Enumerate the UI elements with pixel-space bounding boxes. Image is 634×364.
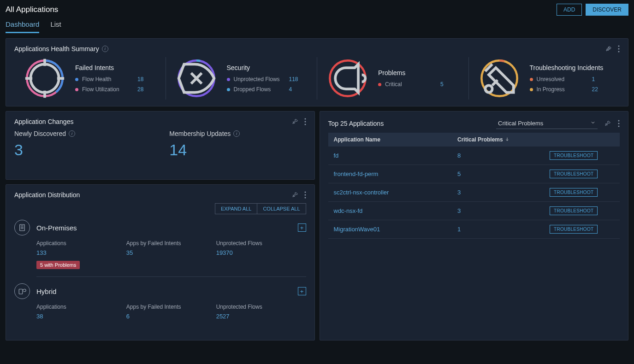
troubleshoot-button[interactable]: TROUBLESHOOT (550, 188, 598, 197)
stat-value[interactable]: 19370 (216, 249, 306, 256)
table-row: fd 8 TROUBLESHOOT (328, 147, 620, 165)
on-premises-icon (14, 220, 30, 235)
dot-icon (378, 83, 381, 86)
info-icon[interactable]: i (102, 46, 108, 52)
summary-value[interactable]: 18 (137, 76, 143, 82)
more-icon[interactable] (618, 120, 620, 127)
summary-value[interactable]: 4 (289, 86, 292, 93)
table-row: frontend-fd-perm 5 TROUBLESHOOT (328, 165, 620, 183)
target-icon (24, 57, 66, 100)
stat-label: Unprotected Flows (216, 240, 306, 247)
top-apps-title: Top 25 Applications (328, 120, 384, 127)
summary-value[interactable]: 5 (440, 81, 444, 88)
app-name-link[interactable]: fd (334, 152, 458, 159)
membership-updates-value[interactable]: 14 (169, 141, 306, 159)
app-name-link[interactable]: wdc-nsx-fd (334, 207, 458, 214)
svg-rect-25 (20, 224, 25, 231)
stat-value[interactable]: 38 (36, 313, 126, 320)
pin-icon[interactable] (604, 120, 611, 127)
troubleshooting-ring (478, 57, 521, 100)
stat-value[interactable]: 6 (126, 313, 216, 320)
add-button[interactable]: ADD (557, 4, 582, 16)
problems-count[interactable]: 8 (457, 152, 550, 159)
hybrid-icon (14, 283, 30, 299)
col-application-name[interactable]: Application Name (334, 136, 458, 143)
shield-x-icon (175, 57, 218, 100)
collapse-all-button[interactable]: COLLAPSE ALL (257, 203, 306, 214)
page-title: All Applications (6, 5, 58, 14)
problem-badge[interactable]: 5 with Problems (36, 261, 80, 269)
health-summary-title: Applications Health Summary (14, 45, 99, 53)
discover-button[interactable]: DISCOVER (586, 4, 628, 16)
stat-value[interactable]: 2527 (216, 313, 306, 320)
troubleshoot-button[interactable]: TROUBLESHOOT (550, 151, 598, 160)
info-icon[interactable]: i (233, 130, 240, 137)
info-icon[interactable]: i (69, 130, 75, 137)
svg-point-32 (618, 126, 620, 127)
filter-select[interactable]: Critical Problems (496, 118, 598, 129)
dot-icon (227, 78, 230, 81)
troubleshoot-button[interactable]: TROUBLESHOOT (550, 170, 598, 178)
troubleshoot-button[interactable]: TROUBLESHOOT (550, 206, 598, 215)
expand-button[interactable]: + (298, 223, 306, 232)
pin-icon[interactable] (291, 118, 299, 125)
svg-point-20 (304, 121, 306, 123)
tools-icon (478, 57, 521, 100)
svg-point-0 (618, 46, 620, 47)
dot-icon (530, 88, 533, 91)
dist-group-name: On-Premises (36, 224, 291, 232)
more-icon[interactable] (304, 118, 306, 125)
app-name-link[interactable]: frontend-fd-perm (334, 170, 458, 177)
summary-value[interactable]: 1 (592, 76, 595, 82)
summary-label: Dropped Flows (234, 86, 285, 93)
stat-label: Applications (36, 240, 126, 247)
problems-count[interactable]: 1 (457, 226, 550, 233)
col-critical-problems[interactable]: Critical Problems (457, 136, 550, 143)
pin-icon[interactable] (605, 45, 612, 53)
svg-point-19 (304, 118, 306, 120)
panel-application-distribution: Application Distribution EXPAND ALL COLL… (6, 184, 315, 341)
panel-health-summary: Applications Health Summary i (6, 38, 628, 106)
pin-icon[interactable] (291, 191, 299, 199)
more-icon[interactable] (618, 45, 620, 53)
summary-title-failed-intents: Failed Intents (75, 64, 143, 71)
expand-all-button[interactable]: EXPAND ALL (215, 203, 257, 214)
summary-label: Unresolved (537, 76, 588, 82)
summary-value[interactable]: 118 (289, 76, 298, 82)
newly-discovered-value[interactable]: 3 (14, 141, 151, 159)
summary-label: Critical (385, 81, 437, 88)
stat-value[interactable]: 133 (36, 249, 126, 256)
svg-point-31 (618, 123, 620, 124)
summary-label: Flow Utilization (82, 86, 134, 93)
svg-point-23 (304, 194, 306, 196)
problems-ring (326, 57, 369, 100)
app-name-link[interactable]: sc2ctrl-nsx-controller (334, 189, 458, 196)
problems-count[interactable]: 5 (457, 170, 550, 177)
tab-list[interactable]: List (50, 20, 61, 33)
table-row: wdc-nsx-fd 3 TROUBLESHOOT (328, 202, 620, 220)
more-icon[interactable] (304, 191, 306, 199)
summary-label: Flow Health (82, 76, 134, 82)
table-row: sc2ctrl-nsx-controller 3 TROUBLESHOOT (328, 183, 620, 202)
summary-title-security: Security (227, 64, 298, 71)
summary-title-troubleshooting: Troubleshooting Incidents (530, 64, 604, 71)
dot-icon (75, 88, 78, 91)
chevron-down-icon (590, 120, 596, 127)
dot-icon (75, 78, 78, 81)
app-name-link[interactable]: MigrationWave01 (334, 226, 458, 233)
troubleshoot-button[interactable]: TROUBLESHOOT (550, 225, 598, 234)
svg-point-5 (30, 64, 59, 92)
summary-value[interactable]: 28 (137, 86, 143, 93)
newly-discovered-label: Newly Discovered (14, 130, 66, 137)
panel-application-changes: Application Changes Newly Discovered (6, 111, 315, 180)
svg-point-24 (304, 197, 306, 199)
stat-label: Applications (36, 304, 126, 310)
distribution-title: Application Distribution (14, 191, 80, 199)
problems-count[interactable]: 3 (457, 207, 550, 214)
expand-button[interactable]: + (298, 287, 306, 295)
bell-icon (326, 57, 369, 100)
summary-value[interactable]: 22 (592, 86, 598, 93)
stat-value[interactable]: 35 (126, 249, 216, 256)
tab-dashboard[interactable]: Dashboard (6, 20, 39, 33)
problems-count[interactable]: 3 (457, 189, 550, 196)
